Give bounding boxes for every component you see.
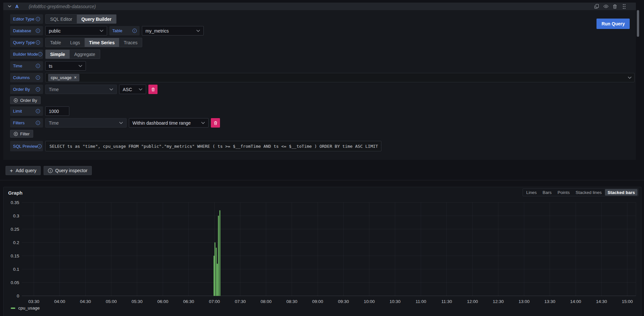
info-icon[interactable]: i — [36, 64, 40, 68]
info-icon[interactable]: i — [37, 144, 42, 148]
query-type-label-box: Query Type i — [10, 38, 43, 47]
time-column-value: ts — [49, 63, 52, 69]
filter-field-placeholder: Time — [49, 120, 59, 126]
columns-multiselect[interactable]: cpu_usage✕ — [45, 73, 635, 82]
add-filter-button[interactable]: Filter — [10, 130, 33, 138]
graph-panel: 00.050.10.150.20.250.30.3503:3004:0004:3… — [3, 187, 641, 316]
add-query-button[interactable]: + Add query — [6, 166, 41, 175]
scrollbar-thumb[interactable] — [637, 10, 639, 37]
query-ref-id[interactable]: A — [15, 4, 19, 9]
x-tick-label: 06:00 — [158, 299, 169, 304]
table-select[interactable]: my_metrics — [142, 26, 204, 35]
sql-preview-label: SQL Preview — [13, 144, 37, 149]
x-tick-label: 10:00 — [364, 299, 375, 304]
seg-item-logs[interactable]: Logs — [65, 38, 84, 47]
query-editor-section: A (info8fcc-greptimedb-datasource) Run Q — [3, 3, 636, 160]
x-tick-label: 07:30 — [235, 299, 246, 304]
seg-item-query-builder[interactable]: Query Builder — [77, 15, 116, 23]
add-filter-label: Filter — [20, 131, 30, 136]
add-order-by-row: Order By — [10, 96, 636, 104]
add-order-by-button[interactable]: Order By — [10, 96, 41, 104]
bar[interactable] — [214, 242, 215, 296]
remove-order-by-button[interactable] — [148, 85, 158, 94]
run-query-button[interactable]: Run Query — [596, 19, 630, 29]
plus-circle-icon — [14, 132, 18, 136]
filter-condition-select[interactable]: Within dashboard time range — [129, 118, 209, 128]
editor-row-time: Time i ts — [10, 61, 636, 71]
columns-tag-list: cpu_usage✕ — [48, 74, 79, 81]
editor-row-limit: Limit i — [10, 106, 636, 116]
bar[interactable] — [216, 248, 216, 296]
drag-handle-icon[interactable] — [621, 4, 627, 9]
editor-row-builder-mode: Builder Mode i SimpleAggregate — [10, 49, 636, 59]
editor-row-columns: Columns i cpu_usage✕ — [10, 73, 636, 82]
viz-item-lines[interactable]: Lines — [524, 189, 539, 196]
info-icon[interactable]: i — [132, 29, 137, 33]
filter-field-select[interactable]: Time — [45, 118, 127, 128]
filter-condition-value: Within dashboard time range — [132, 120, 191, 126]
viz-item-points[interactable]: Points — [555, 189, 572, 196]
info-icon[interactable]: i — [36, 76, 40, 80]
seg-item-time-series[interactable]: Time Series — [85, 38, 119, 47]
info-icon[interactable]: i — [36, 109, 40, 113]
info-icon[interactable]: i — [36, 17, 40, 21]
y-tick-label: 0.25 — [11, 227, 19, 232]
viz-mode-picker: LinesBarsPointsStacked linesStacked bars — [523, 188, 638, 196]
viz-item-stacked-lines[interactable]: Stacked lines — [573, 189, 604, 196]
bar[interactable] — [218, 216, 219, 296]
panel-title: Graph — [8, 190, 22, 196]
chevron-down-icon — [628, 76, 632, 79]
x-tick-label: 11:30 — [441, 299, 452, 304]
builder-mode-label-box: Builder Mode i — [10, 49, 43, 59]
builder-mode-segmented: SimpleAggregate — [45, 49, 100, 59]
info-icon[interactable]: i — [36, 29, 40, 33]
chevron-down-icon — [119, 122, 123, 124]
add-order-by-label: Order By — [20, 98, 37, 103]
database-select[interactable]: public — [45, 26, 107, 35]
editor-type-segmented: SQL EditorQuery Builder — [45, 14, 116, 24]
seg-item-sql-editor[interactable]: SQL Editor — [46, 15, 77, 23]
x-tick-label: 11:00 — [416, 299, 426, 304]
query-inspector-button[interactable]: Query inspector — [44, 166, 92, 175]
remove-filter-button[interactable] — [211, 118, 220, 128]
toggle-visibility-eye-icon[interactable] — [603, 4, 609, 9]
info-icon[interactable]: i — [36, 121, 40, 125]
table-label: Table — [112, 28, 122, 33]
add-query-label: Add query — [16, 168, 36, 173]
x-tick-label: 14:00 — [570, 299, 581, 304]
bar[interactable] — [214, 256, 214, 296]
seg-item-simple[interactable]: Simple — [46, 50, 70, 59]
time-column-select[interactable]: ts — [45, 61, 86, 71]
remove-column-icon[interactable]: ✕ — [74, 76, 77, 80]
bar[interactable] — [217, 264, 218, 296]
info-icon[interactable]: i — [36, 87, 40, 91]
legend-label: cpu_usage — [18, 306, 40, 310]
order-direction-select[interactable]: ASC — [119, 85, 146, 94]
order-by-field-select[interactable]: Time — [45, 85, 117, 94]
info-icon[interactable]: i — [36, 40, 40, 45]
x-tick-label: 12:00 — [467, 299, 478, 304]
plus-circle-icon — [14, 98, 18, 103]
info-icon[interactable]: i — [38, 52, 42, 56]
limit-input[interactable] — [45, 106, 69, 116]
trash-icon — [151, 88, 155, 91]
bar[interactable] — [220, 211, 220, 296]
time-label: Time — [13, 63, 22, 68]
query-footer-actions: + Add query Query inspector — [6, 166, 92, 175]
viz-item-bars[interactable]: Bars — [540, 189, 554, 196]
limit-label: Limit — [13, 109, 22, 114]
x-tick-label: 06:30 — [183, 299, 194, 304]
seg-item-traces[interactable]: Traces — [119, 38, 142, 47]
seg-item-aggregate[interactable]: Aggregate — [70, 50, 100, 59]
query-row-header: A (info8fcc-greptimedb-datasource) — [3, 3, 636, 10]
datasource-name: (info8fcc-greptimedb-datasource) — [29, 4, 96, 9]
collapse-chevron-icon[interactable] — [8, 5, 11, 7]
viz-item-stacked-bars[interactable]: Stacked bars — [605, 189, 637, 196]
seg-item-table[interactable]: Table — [46, 38, 65, 47]
x-tick-label: 15:00 — [622, 299, 633, 304]
editor-type-label-box: Editor Type i — [10, 14, 43, 24]
delete-query-trash-icon[interactable] — [612, 4, 618, 9]
duplicate-query-icon[interactable] — [594, 4, 599, 9]
chevron-down-icon — [78, 65, 82, 67]
legend-item[interactable]: cpu_usage — [11, 306, 40, 310]
